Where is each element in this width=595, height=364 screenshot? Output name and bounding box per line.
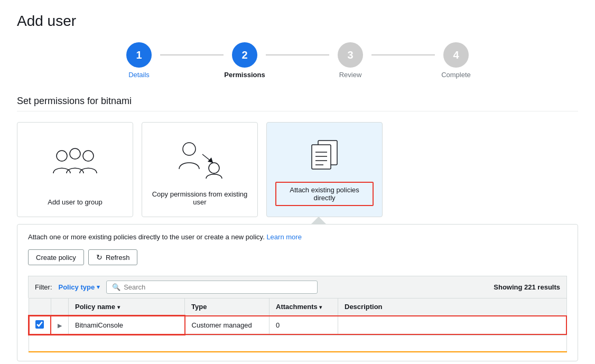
learn-more-link[interactable]: Learn more <box>266 233 301 241</box>
step-4: 4 Complete <box>435 42 477 79</box>
row-checkbox-cell <box>29 315 51 335</box>
permission-cards: Add user to group Copy permissions from … <box>17 122 578 217</box>
table-row: ▶ BitnamiConsole Customer managed 0 <box>29 315 567 335</box>
step-1-circle: 1 <box>126 42 152 68</box>
create-policy-button[interactable]: Create policy <box>28 249 84 265</box>
svg-marker-5 <box>208 157 213 163</box>
results-count: Showing 221 results <box>494 283 560 291</box>
search-box: 🔍 <box>106 281 318 294</box>
policy-table: Policy name ▾ Type Attachments ▾ Descrip… <box>28 298 567 352</box>
card-copy-permissions[interactable]: Copy permissions from existing user <box>142 122 258 217</box>
card-attach-policies-label: Attach existing policies directly <box>275 182 374 206</box>
th-description: Description <box>338 298 567 316</box>
th-check <box>29 298 51 316</box>
attach-description: Attach one or more existing policies dir… <box>28 233 567 241</box>
step-4-label: Complete <box>435 71 477 79</box>
th-expand <box>51 298 69 316</box>
action-buttons: Create policy ↻ Refresh <box>28 249 567 265</box>
th-type: Type <box>185 298 269 316</box>
svg-point-6 <box>209 163 219 173</box>
step-1: 1 Details <box>118 42 160 79</box>
card-add-to-group[interactable]: Add user to group <box>17 122 133 217</box>
th-attachments[interactable]: Attachments ▾ <box>269 298 338 316</box>
step-3-label: Review <box>329 71 371 79</box>
step-3: 3 Review <box>329 42 371 79</box>
step-connector-1-2 <box>160 54 224 55</box>
chevron-down-icon: ▾ <box>97 284 100 291</box>
policy-type-label: Policy type <box>59 283 95 291</box>
svg-point-3 <box>183 143 196 155</box>
card-attach-policies[interactable]: Attach existing policies directly <box>266 122 383 217</box>
step-2: 2 Permissions <box>224 42 266 79</box>
step-4-circle: 4 <box>443 42 469 68</box>
row-checkbox[interactable] <box>35 320 44 329</box>
row-expand-cell: ▶ <box>51 315 69 335</box>
svg-rect-8 <box>312 145 331 169</box>
search-icon: 🔍 <box>112 283 120 291</box>
refresh-icon: ↻ <box>96 253 103 262</box>
copy-permissions-icon <box>176 133 224 184</box>
section-title: Set permissions for bitnami <box>17 96 578 107</box>
step-connector-3-4 <box>371 54 435 55</box>
row-policy-name: BitnamiConsole <box>69 315 185 335</box>
refresh-button[interactable]: ↻ Refresh <box>88 249 138 265</box>
page-title: Add user <box>17 13 578 30</box>
table-row-placeholder <box>29 335 567 352</box>
th-policy-name[interactable]: Policy name ▾ <box>69 298 185 316</box>
row-type: Customer managed <box>185 315 269 335</box>
policy-panel: Attach one or more existing policies dir… <box>17 224 578 361</box>
svg-point-2 <box>83 151 94 161</box>
card-copy-permissions-label: Copy permissions from existing user <box>151 190 249 206</box>
svg-point-0 <box>57 151 67 161</box>
step-2-circle: 2 <box>232 42 257 68</box>
stepper: 1 Details 2 Permissions 3 Review 4 Compl… <box>17 42 578 79</box>
row-description <box>338 315 567 335</box>
sort-arrow-name: ▾ <box>117 304 120 310</box>
step-2-label: Permissions <box>224 71 266 79</box>
filter-row: Filter: Policy type ▾ 🔍 Showing 221 resu… <box>28 276 567 298</box>
step-1-label: Details <box>118 71 160 79</box>
card-add-to-group-label: Add user to group <box>48 198 102 206</box>
policy-type-filter[interactable]: Policy type ▾ <box>59 283 100 291</box>
attach-policies-icon <box>303 133 346 182</box>
section-divider <box>17 111 578 111</box>
step-connector-2-3 <box>266 54 329 55</box>
step-3-circle: 3 <box>338 42 363 68</box>
svg-point-1 <box>70 148 80 159</box>
row-attachments: 0 <box>269 315 338 335</box>
filter-label: Filter: <box>35 283 52 291</box>
search-input[interactable] <box>124 283 312 291</box>
sort-arrow-attachments: ▾ <box>319 304 322 310</box>
add-to-group-icon <box>51 133 99 192</box>
expand-arrow-icon[interactable]: ▶ <box>58 322 62 329</box>
